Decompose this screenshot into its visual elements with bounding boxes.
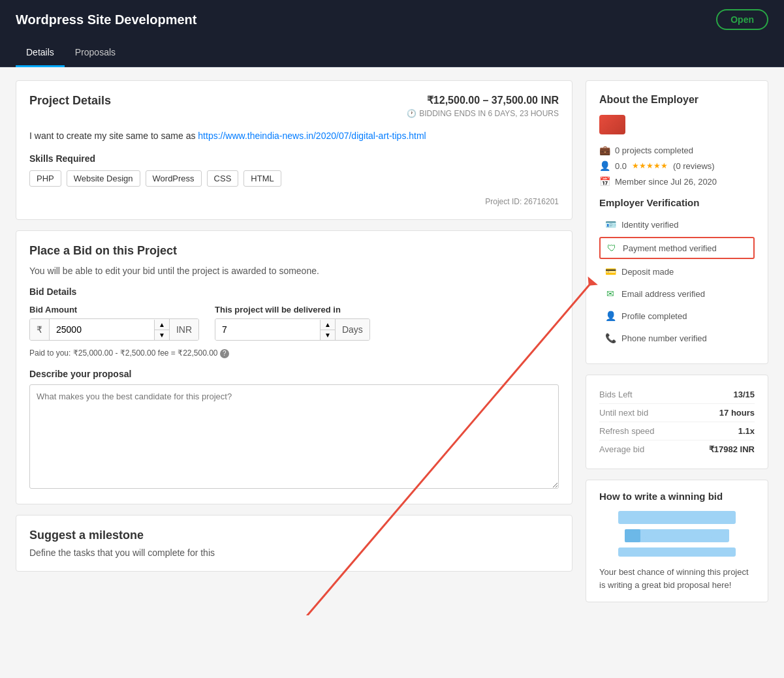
- refresh-speed-row: Refresh speed 1.1x: [599, 422, 755, 440]
- phone-icon: 📞: [604, 332, 616, 344]
- proposal-label: Describe your proposal: [29, 369, 559, 379]
- milestone-desc: Define the tasks that you will complete …: [29, 547, 559, 558]
- bid-amount-input[interactable]: [50, 319, 154, 340]
- skills-label: Skills Required: [29, 153, 559, 164]
- winning-bid-desc: Your best chance of winning this project…: [599, 566, 755, 591]
- bid-amount-spinners: ▲ ▼: [154, 320, 169, 340]
- until-next-bid-label: Until next bid: [599, 408, 648, 418]
- rating-value: 0.0: [615, 161, 627, 171]
- description-prefix: I want to create my site same to same as: [29, 131, 198, 141]
- payment-verified-text: Payment method verified: [623, 243, 717, 253]
- tabs-bar: Details Proposals: [0, 39, 784, 67]
- bid-amount-up[interactable]: ▲: [155, 320, 169, 330]
- email-verified-text: Email address verified: [621, 289, 705, 299]
- place-bid-title: Place a Bid on this Project: [29, 244, 559, 258]
- skill-css[interactable]: CSS: [207, 170, 239, 187]
- skill-php[interactable]: PHP: [29, 170, 61, 187]
- bid-details-label: Bid Details: [29, 286, 559, 297]
- member-since-stat: 📅 Member since Jul 26, 2020: [599, 176, 755, 187]
- bids-left-row: Bids Left 13/15: [599, 386, 755, 404]
- until-next-bid-row: Until next bid 17 hours: [599, 404, 755, 422]
- bid-amount-label: Bid Amount: [29, 305, 199, 315]
- bid-currency-prefix: ₹: [30, 319, 50, 340]
- shield-icon: 🛡: [606, 242, 618, 254]
- illustration-rect-middle: [625, 529, 729, 542]
- bidding-ends-text: BIDDING ENDS IN 6 DAYS, 23 HOURS: [419, 109, 559, 118]
- fee-help-icon[interactable]: ?: [220, 349, 229, 358]
- proposal-textarea[interactable]: [29, 384, 559, 489]
- verification-title: Employer Verification: [599, 197, 755, 208]
- place-bid-card: Place a Bid on this Project You will be …: [16, 230, 572, 504]
- winning-bid-title: How to write a winning bid: [599, 491, 755, 502]
- delivery-group: ▲ ▼ Days: [215, 318, 370, 341]
- profile-completed-text: Profile completed: [621, 311, 687, 321]
- skill-wordpress[interactable]: WordPress: [146, 170, 202, 187]
- skills-list: PHP Website Design WordPress CSS HTML: [29, 170, 559, 187]
- refresh-speed-label: Refresh speed: [599, 426, 655, 436]
- illustration-rect-bottom: [618, 547, 736, 557]
- project-id: Project ID: 26716201: [29, 197, 559, 206]
- skill-website-design[interactable]: Website Design: [67, 170, 140, 187]
- bid-amount-suffix: INR: [169, 319, 198, 340]
- profile-icon: 👤: [604, 310, 616, 322]
- bids-info-card: Bids Left 13/15 Until next bid 17 hours …: [586, 375, 768, 469]
- bids-left-value: 13/15: [733, 390, 755, 399]
- phone-verified-text: Phone number verified: [621, 333, 707, 343]
- project-details-card: Project Details ₹12,500.00 – 37,500.00 I…: [16, 80, 572, 220]
- fee-note: Paid to you: ₹25,000.00 - ₹2,500.00 fee …: [29, 348, 559, 358]
- description-link[interactable]: https://www.theindia-news.in/2020/07/dig…: [198, 131, 426, 141]
- briefcase-icon: 💼: [599, 145, 610, 155]
- illustration-rect-top: [618, 511, 736, 524]
- refresh-speed-value: 1.1x: [738, 426, 755, 436]
- delivery-suffix: Days: [335, 319, 369, 340]
- bid-amount-down[interactable]: ▼: [155, 330, 169, 340]
- project-details-title: Project Details: [29, 94, 111, 108]
- average-bid-label: Average bid: [599, 444, 644, 454]
- skill-html[interactable]: HTML: [243, 170, 281, 187]
- calendar-icon: 📅: [599, 176, 610, 187]
- verification-email: ✉ Email address verified: [599, 284, 755, 303]
- bid-note: You will be able to edit your bid until …: [29, 266, 559, 276]
- delivery-up[interactable]: ▲: [321, 320, 335, 330]
- employer-card: About the Employer 💼 0 projects complete…: [586, 80, 768, 364]
- member-since-text: Member since Jul 26, 2020: [615, 177, 717, 187]
- deposit-made-text: Deposit made: [621, 267, 674, 277]
- delivery-down[interactable]: ▼: [321, 330, 335, 340]
- stars-display: ★★★★★: [632, 161, 668, 170]
- illustration-icon: [625, 529, 640, 542]
- projects-completed-text: 0 projects completed: [615, 146, 693, 155]
- person-icon: 👤: [599, 161, 610, 171]
- winning-bid-card: How to write a winning bid Your best cha…: [586, 480, 768, 602]
- reviews-text: (0 reviews): [673, 161, 715, 171]
- employer-avatar: [599, 115, 631, 138]
- clock-icon: 🕐: [407, 109, 416, 118]
- projects-completed-stat: 💼 0 projects completed: [599, 145, 755, 155]
- delivery-label: This project will be delivered in: [215, 305, 370, 315]
- email-icon: ✉: [604, 288, 616, 300]
- verification-profile: 👤 Profile completed: [599, 306, 755, 326]
- delivery-spinners: ▲ ▼: [320, 320, 335, 340]
- verification-payment: 🛡 Payment method verified: [599, 237, 755, 259]
- bids-left-label: Bids Left: [599, 390, 633, 399]
- rating-stat: 👤 0.0 ★★★★★ (0 reviews): [599, 161, 755, 171]
- identity-verified-text: Identity verified: [621, 220, 678, 230]
- tab-details[interactable]: Details: [16, 39, 65, 67]
- id-icon: 🪪: [604, 219, 616, 230]
- card-icon: 💳: [604, 266, 616, 277]
- suggest-milestone-card: Suggest a milestone Define the tasks tha…: [16, 515, 572, 572]
- average-bid-value: ₹17982 INR: [709, 444, 755, 454]
- verification-deposit: 💳 Deposit made: [599, 262, 755, 281]
- page-title: Wordpress Site Development: [16, 12, 196, 27]
- milestone-title: Suggest a milestone: [29, 529, 559, 542]
- tab-proposals[interactable]: Proposals: [65, 39, 126, 67]
- project-description: I want to create my site same to same as…: [29, 129, 559, 143]
- price-range: ₹12,500.00 – 37,500.00 INR: [407, 94, 559, 106]
- verification-identity: 🪪 Identity verified: [599, 215, 755, 234]
- bid-amount-group: ₹ ▲ ▼ INR: [29, 318, 199, 341]
- delivery-input[interactable]: [215, 319, 320, 340]
- until-next-bid-value: 17 hours: [719, 408, 755, 418]
- employer-title: About the Employer: [599, 94, 755, 106]
- average-bid-row: Average bid ₹17982 INR: [599, 440, 755, 458]
- verification-phone: 📞 Phone number verified: [599, 328, 755, 348]
- open-button[interactable]: Open: [716, 9, 768, 30]
